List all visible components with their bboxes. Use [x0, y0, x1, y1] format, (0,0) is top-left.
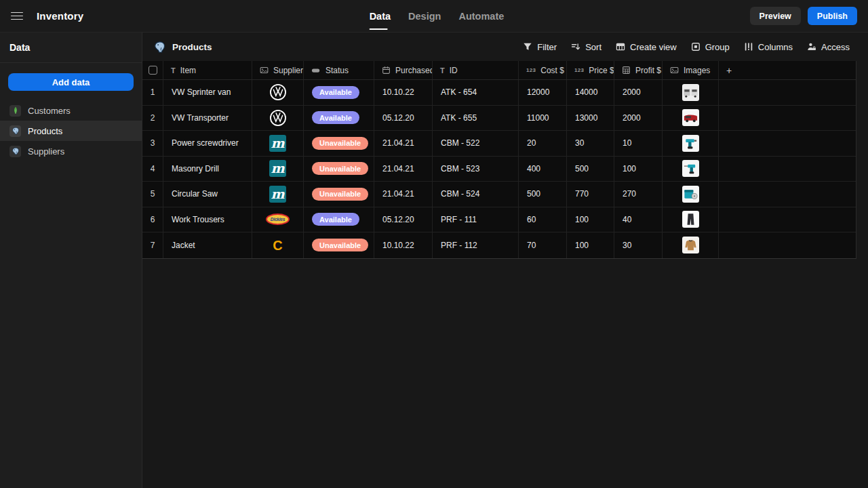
cell-status[interactable]: Unavailable	[304, 131, 374, 156]
cell-supplier[interactable]	[252, 106, 304, 131]
table-row[interactable]: 7 Jacket C Unavailable 10.10.22 PRF - 11…	[142, 232, 856, 258]
cell-extra[interactable]	[719, 232, 856, 258]
cell-id[interactable]: PRF - 112	[433, 232, 519, 258]
column-header-profit[interactable]: Profit $	[614, 61, 663, 79]
column-header-select[interactable]	[142, 61, 163, 79]
cell-item[interactable]: Circular Saw	[163, 182, 252, 207]
add-data-button[interactable]: Add data	[8, 73, 134, 91]
cell-supplier[interactable]: C	[252, 232, 304, 258]
filter-button[interactable]: Filter	[523, 42, 557, 52]
cell-supplier[interactable]: m	[252, 157, 304, 182]
cell-cost[interactable]: 70	[519, 232, 567, 258]
column-header-id[interactable]: TID	[433, 61, 519, 79]
cell-item[interactable]: Work Trousers	[163, 207, 252, 232]
table-row[interactable]: 3 Power screwdriver m Unavailable 21.04.…	[142, 131, 856, 157]
cell-item[interactable]: VW Sprinter van	[163, 80, 252, 105]
cell-item[interactable]: Jacket	[163, 232, 252, 258]
column-header-supplier[interactable]: Supplier	[252, 61, 304, 79]
cell-price[interactable]: 30	[567, 131, 614, 156]
cell-status[interactable]: Unavailable	[304, 182, 374, 207]
cell-status[interactable]: Available	[304, 106, 374, 131]
sidebar-item-customers[interactable]: Customers	[0, 100, 142, 121]
table-row[interactable]: 5 Circular Saw m Unavailable 21.04.21 CB…	[142, 182, 856, 207]
cell-extra[interactable]	[719, 157, 856, 182]
column-header-price[interactable]: 123Price $	[567, 61, 614, 79]
cell-purchased[interactable]: 10.10.22	[374, 80, 433, 105]
column-header-item[interactable]: TItem	[163, 61, 252, 79]
cell-extra[interactable]	[719, 182, 856, 207]
sort-button[interactable]: Sort	[571, 42, 601, 52]
cell-extra[interactable]	[719, 207, 856, 232]
cell-id[interactable]: CBM - 523	[433, 157, 519, 182]
create-view-button[interactable]: Create view	[616, 42, 677, 52]
column-header-images[interactable]: Images	[663, 61, 719, 79]
cell-images[interactable]	[663, 232, 719, 258]
cell-price[interactable]: 100	[567, 207, 614, 232]
cell-supplier[interactable]	[252, 80, 304, 105]
cell-images[interactable]	[663, 106, 719, 131]
table-row[interactable]: 1 VW Sprinter van Available 10.10.22 ATK…	[142, 80, 856, 106]
cell-supplier[interactable]: m	[252, 182, 304, 207]
cell-purchased[interactable]: 21.04.21	[374, 131, 433, 156]
cell-images[interactable]	[663, 207, 719, 232]
cell-profit[interactable]: 100	[614, 157, 663, 182]
cell-images[interactable]	[663, 157, 719, 182]
cell-profit[interactable]: 10	[614, 131, 663, 156]
cell-status[interactable]: Available	[304, 80, 374, 105]
cell-id[interactable]: CBM - 522	[433, 131, 519, 156]
cell-purchased[interactable]: 21.04.21	[374, 157, 433, 182]
tab-data[interactable]: Data	[370, 0, 391, 32]
cell-cost[interactable]: 11000	[519, 106, 567, 131]
table-row[interactable]: 2 VW Transporter Available 05.12.20 ATK …	[142, 106, 856, 131]
cell-purchased[interactable]: 05.12.20	[374, 207, 433, 232]
cell-price[interactable]: 100	[567, 232, 614, 258]
column-header-status[interactable]: Status	[304, 61, 374, 79]
cell-purchased[interactable]: 21.04.21	[374, 182, 433, 207]
preview-button[interactable]: Preview	[750, 7, 801, 25]
table-row[interactable]: 4 Masonry Drill m Unavailable 21.04.21 C…	[142, 157, 856, 182]
cell-price[interactable]: 13000	[567, 106, 614, 131]
sidebar-item-suppliers[interactable]: Suppliers	[0, 141, 142, 161]
cell-cost[interactable]: 12000	[519, 80, 567, 105]
cell-status[interactable]: Unavailable	[304, 157, 374, 182]
cell-price[interactable]: 500	[567, 157, 614, 182]
cell-supplier[interactable]: m	[252, 131, 304, 156]
cell-extra[interactable]	[719, 106, 856, 131]
cell-images[interactable]	[663, 131, 719, 156]
cell-purchased[interactable]: 05.12.20	[374, 106, 433, 131]
access-button[interactable]: Access	[807, 42, 850, 52]
publish-button[interactable]: Publish	[808, 7, 857, 25]
cell-id[interactable]: ATK - 655	[433, 106, 519, 131]
columns-button[interactable]: Columns	[744, 42, 793, 52]
select-all-checkbox[interactable]	[149, 66, 157, 75]
column-header-cost[interactable]: 123Cost $	[519, 61, 567, 79]
hamburger-menu-icon[interactable]	[11, 12, 23, 20]
cell-purchased[interactable]: 10.10.22	[374, 232, 433, 258]
sidebar-item-products[interactable]: Products	[0, 121, 142, 141]
cell-profit[interactable]: 2000	[614, 106, 663, 131]
cell-profit[interactable]: 2000	[614, 80, 663, 105]
cell-status[interactable]: Available	[304, 207, 374, 232]
cell-item[interactable]: Masonry Drill	[163, 157, 252, 182]
cell-extra[interactable]	[719, 131, 856, 156]
cell-id[interactable]: CBM - 524	[433, 182, 519, 207]
tab-design[interactable]: Design	[408, 0, 441, 32]
tab-automate[interactable]: Automate	[458, 0, 504, 32]
cell-cost[interactable]: 500	[519, 182, 567, 207]
column-header-[interactable]: +	[719, 61, 856, 79]
cell-item[interactable]: Power screwdriver	[163, 131, 252, 156]
cell-cost[interactable]: 400	[519, 157, 567, 182]
cell-profit[interactable]: 40	[614, 207, 663, 232]
cell-cost[interactable]: 60	[519, 207, 567, 232]
cell-status[interactable]: Unavailable	[304, 232, 374, 258]
cell-images[interactable]	[663, 80, 719, 105]
group-button[interactable]: Group	[691, 42, 730, 52]
cell-id[interactable]: PRF - 111	[433, 207, 519, 232]
table-row[interactable]: 6 Work Trousers Dickies Available 05.12.…	[142, 207, 856, 233]
cell-cost[interactable]: 20	[519, 131, 567, 156]
cell-supplier[interactable]: Dickies	[252, 207, 304, 232]
cell-extra[interactable]	[719, 80, 856, 105]
cell-profit[interactable]: 270	[614, 182, 663, 207]
cell-images[interactable]	[663, 182, 719, 207]
cell-id[interactable]: ATK - 654	[433, 80, 519, 105]
